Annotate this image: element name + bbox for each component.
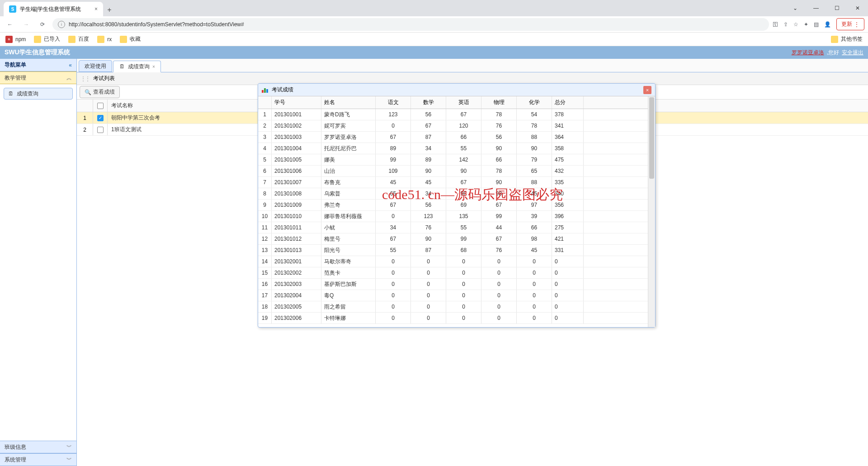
reload-button[interactable]: ⟳ [36,18,49,31]
nav-menu-title: 导航菜单 « [0,59,76,71]
grip-icon: ⋮⋮ [80,76,90,82]
tab-close-icon[interactable]: × [94,6,98,12]
address-bar: ← → ⟳ i http://localhost:8080/studentinf… [0,16,868,33]
score-row[interactable]: 4201301004托尼托尼乔巴8934559090358 [258,143,648,154]
score-row[interactable]: 10201301010娜菲鲁塔利薇薇01231359939396 [258,211,648,222]
score-row[interactable]: 17201302004毒Q000000 [258,290,648,301]
tab-title: 学生端|学生信息管理系统 [20,5,81,13]
sidebar: 导航菜单 « 教学管理 ︽ 🗓 成绩查询 班级信息 ︾ 系统管理 ︾ [0,59,77,466]
url-text: http://localhost:8080/studentinfo/System… [69,21,244,28]
forward-button[interactable]: → [20,18,33,31]
key-icon[interactable]: ⚿ [773,21,778,28]
content-area: 欢迎使用 🗓 成绩查询 × ⋮⋮ 考试列表 🔍 查看成绩 考试名称 1✓朝阳中学… [77,59,868,466]
maximize-icon[interactable]: ☐ [826,0,847,16]
calendar-icon: 🗓 [119,63,125,70]
score-row[interactable]: 11201301011小鱿3476554466275 [258,222,648,233]
bookmarks-bar: nnpm 已导入 百度 rx 收藏 其他书签 [0,33,868,46]
score-row[interactable]: 15201302002范奥卡000000 [258,267,648,279]
content-tabs: 欢迎使用 🗓 成绩查询 × [77,59,868,72]
score-table: 学号姓名语文数学英语物理化学总分 1201301001蒙奇D路飞12356677… [258,96,648,327]
chevron-down-icon: ︾ [66,443,72,451]
other-bookmarks[interactable]: 其他书签 [831,35,863,43]
window-dropdown-icon[interactable]: ⌄ [785,0,806,16]
chart-icon [262,87,269,93]
dialog-close-button[interactable]: × [643,86,651,94]
favicon-icon: S [9,5,16,13]
score-row[interactable]: 3201301003罗罗诺亚卓洛6787665688364 [258,132,648,143]
score-row[interactable]: 9201301009弗兰奇6756696797356 [258,200,648,211]
logout-link[interactable]: 安全退出 [842,49,863,57]
share-icon[interactable]: ⇪ [783,21,788,28]
score-row[interactable]: 16201302003基萨斯巴加斯000000 [258,279,648,290]
row-checkbox[interactable] [97,127,104,133]
tree-score-query[interactable]: 🗓 成绩查询 [4,88,73,100]
bookmark-imported[interactable]: 已导入 [34,35,60,43]
greeting-text: ,您好 [827,49,839,57]
site-info-icon[interactable]: i [58,21,65,28]
score-row[interactable]: 13201301013阳光号5587687645331 [258,245,648,256]
score-row[interactable]: 2201301002妮可罗宾0671207678341 [258,120,648,132]
score-row[interactable]: 1201301001蒙奇D路飞12356677854378 [258,109,648,120]
search-icon: 🔍 [85,89,91,95]
back-button[interactable]: ← [4,18,16,31]
score-row[interactable]: 19201302006卡特琳娜000000 [258,313,648,324]
browser-tabstrip: S 学生端|学生信息管理系统 × + ⌄ — ☐ ✕ [0,0,868,16]
extensions-icon[interactable]: ✦ [804,21,808,28]
vertical-scrollbar[interactable] [648,96,655,327]
score-dialog: 考试成绩 × 学号姓名语文数学英语物理化学总分 1201301001蒙奇D路飞1… [258,83,656,328]
toolbar-title: 考试列表 [93,75,115,82]
score-row[interactable]: 6201301006山治10990907865432 [258,166,648,177]
bookmark-rx[interactable]: rx [97,36,112,43]
bookmark-baidu[interactable]: 百度 [68,35,89,43]
minimize-icon[interactable]: — [806,0,826,16]
accordion-teaching[interactable]: 教学管理 ︽ [0,71,76,84]
accordion-system[interactable]: 系统管理 ︾ [0,453,76,466]
app-header: SWU学生信息管理系统 罗罗诺亚卓洛 ,您好 安全退出 [0,46,868,59]
chevron-down-icon: ︾ [66,456,72,464]
tab-score-query[interactable]: 🗓 成绩查询 × [113,61,161,72]
tab-welcome[interactable]: 欢迎使用 [79,60,112,72]
calendar-icon: 🗓 [8,90,14,97]
row-checkbox[interactable]: ✓ [97,115,104,121]
accordion-class-info[interactable]: 班级信息 ︾ [0,441,76,453]
select-all-checkbox[interactable] [97,103,104,109]
profile-icon[interactable]: 👤 [824,21,831,28]
score-row[interactable]: 5201301005娜美99891426679475 [258,154,648,166]
dialog-title: 考试成绩 [272,86,293,94]
window-controls: ⌄ — ☐ ✕ [785,0,868,16]
update-button[interactable]: 更新 ⋮ [836,18,864,30]
score-row[interactable]: 7201301007布鲁克4545679088335 [258,177,648,188]
score-row[interactable]: 18201302005雨之希留000000 [258,301,648,313]
url-input[interactable]: i http://localhost:8080/studentinfo/Syst… [52,18,769,31]
score-row[interactable]: 8201301008乌索普6534989845340 [258,188,648,200]
collapse-sidebar-icon[interactable]: « [69,62,72,68]
close-window-icon[interactable]: ✕ [847,0,868,16]
new-tab-button[interactable]: + [103,4,116,16]
star-icon[interactable]: ☆ [793,21,798,28]
sidepanel-icon[interactable]: ▤ [814,21,819,28]
tab-close-icon[interactable]: × [152,64,155,69]
view-score-button[interactable]: 🔍 查看成绩 [80,86,120,98]
bookmark-fav[interactable]: 收藏 [120,35,141,43]
app-title: SWU学生信息管理系统 [5,48,70,57]
user-name-link[interactable]: 罗罗诺亚卓洛 [792,49,824,57]
browser-tab[interactable]: S 学生端|学生信息管理系统 × [4,2,103,16]
chevron-up-icon: ︽ [66,74,72,82]
score-row[interactable]: 12201301012梅里号6790996798421 [258,233,648,245]
scroll-thumb[interactable] [649,97,654,179]
bookmark-npm[interactable]: nnpm [5,36,26,43]
score-row[interactable]: 14201302001马歇尔蒂奇000000 [258,256,648,267]
dialog-titlebar[interactable]: 考试成绩 × [258,84,655,96]
